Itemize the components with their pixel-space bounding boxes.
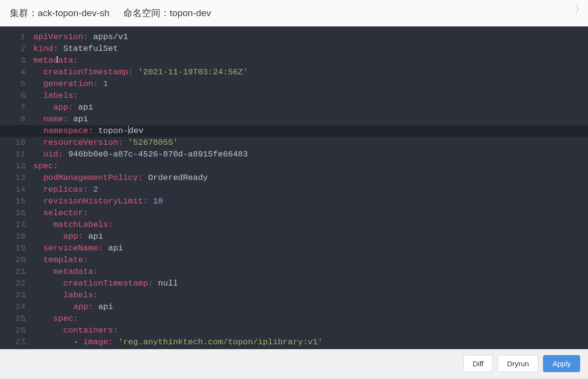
token-k: uid:	[43, 150, 63, 159]
token-p	[33, 185, 43, 194]
token-k: podManagementPolicy:	[43, 173, 143, 182]
cluster-label: 集群：	[10, 8, 38, 18]
token-k: metadata:	[53, 267, 98, 276]
code-line[interactable]: - image: 'reg.anythinktech.com/topon/ipl…	[33, 336, 583, 348]
token-s: null	[158, 279, 178, 288]
line-number: 15	[7, 196, 25, 207]
token-p	[133, 67, 138, 77]
token-s: api	[98, 302, 113, 312]
text-cursor-icon: I	[56, 54, 59, 66]
token-p	[113, 337, 118, 347]
code-line[interactable]: serviceName: api	[33, 243, 583, 254]
token-k: creationTimestamp:	[63, 279, 153, 288]
code-line[interactable]: creationTimestamp: '2021-11-19T03:24:56Z…	[33, 67, 583, 78]
token-p	[68, 114, 73, 124]
token-k: template:	[43, 255, 88, 265]
token-p	[63, 150, 68, 159]
line-number: 20	[7, 254, 25, 266]
token-w: -	[73, 337, 83, 347]
token-s: apps/v1	[93, 32, 128, 42]
namespace-info: 命名空间：topon-dev	[123, 7, 211, 20]
code-line[interactable]: matchLabels:	[33, 219, 583, 231]
code-line[interactable]: app: api	[33, 102, 583, 113]
token-p	[33, 220, 53, 229]
code-area[interactable]: apiVersion: apps/v1kind: StatefulSetmeta…	[30, 26, 588, 349]
token-k: generation:	[43, 79, 98, 89]
token-s: 946bb0e0-a87c-4526-870d-a8915fe66483	[68, 150, 248, 159]
code-line[interactable]: spec:	[33, 313, 583, 325]
diff-button[interactable]: Diff	[463, 355, 493, 372]
close-icon[interactable]: 〉	[575, 3, 584, 15]
code-line[interactable]: creationTimestamp: null	[33, 278, 583, 290]
token-p	[33, 255, 43, 265]
token-p	[33, 126, 43, 135]
token-sq: '2021-11-19T03:24:56Z'	[138, 67, 248, 77]
token-k: image:	[83, 337, 113, 347]
token-p	[83, 232, 88, 241]
token-k: serviceName:	[43, 244, 103, 253]
line-number: 21	[7, 266, 25, 278]
token-p	[98, 79, 103, 89]
yaml-editor[interactable]: I 12345678910111213141516171819202122232…	[0, 26, 588, 349]
token-k: spec:	[33, 161, 58, 171]
token-p	[33, 302, 73, 312]
dryrun-button[interactable]: Dryrun	[498, 355, 538, 372]
token-p	[33, 114, 43, 124]
code-line[interactable]: resourceVersion: '52678055'	[33, 137, 583, 149]
token-p	[33, 91, 43, 100]
code-line[interactable]: podManagementPolicy: OrderedReady	[33, 172, 583, 184]
token-k: name:	[43, 114, 68, 124]
token-k: app:	[73, 302, 93, 312]
line-number: 24	[7, 301, 25, 313]
code-line[interactable]: metadata:	[33, 266, 583, 278]
token-p	[123, 138, 128, 147]
line-number: 1	[7, 31, 25, 43]
token-p	[33, 208, 43, 218]
line-number: 7	[7, 102, 25, 113]
code-line[interactable]: spec:	[33, 160, 583, 172]
code-line[interactable]: replicas: 2	[33, 184, 583, 196]
code-line[interactable]: revisionHistoryLimit: 10	[33, 196, 583, 207]
token-k: app:	[63, 232, 83, 241]
token-p	[33, 267, 53, 276]
line-number: 8	[7, 113, 25, 125]
code-line[interactable]: template:	[33, 254, 583, 266]
token-n: 2	[93, 185, 98, 194]
line-number: 14	[7, 184, 25, 196]
token-p	[33, 279, 63, 288]
token-p	[88, 32, 93, 42]
token-p	[33, 314, 53, 323]
token-p	[143, 173, 148, 182]
token-s: dev	[129, 126, 144, 135]
namespace-label: 命名空间：	[123, 8, 170, 18]
code-line[interactable]: generation: 1	[33, 78, 583, 90]
token-k: spec:	[53, 314, 78, 323]
token-k: containers:	[63, 326, 118, 335]
token-p	[58, 44, 63, 53]
code-line[interactable]: name: api	[33, 113, 583, 125]
code-line[interactable]: kind: StatefulSet	[33, 43, 583, 55]
code-line[interactable]: uid: 946bb0e0-a87c-4526-870d-a8915fe6648…	[33, 149, 583, 160]
token-k: namespace:	[43, 126, 93, 135]
token-p	[73, 103, 78, 112]
line-number: 26	[7, 325, 25, 336]
code-line[interactable]: containers:	[33, 325, 583, 336]
line-number: 12	[7, 160, 25, 172]
code-line[interactable]: labels:	[33, 90, 583, 102]
code-line[interactable]: app: api	[33, 301, 583, 313]
token-sq: 'reg.anythinktech.com/topon/iplibrary:v1…	[118, 337, 322, 347]
line-number: 17	[7, 219, 25, 231]
token-p	[33, 326, 63, 335]
code-line[interactable]: labels:	[33, 290, 583, 301]
dialog-header: 集群：ack-topon-dev-sh 命名空间：topon-dev 〉	[0, 0, 588, 26]
code-line[interactable]: app: api	[33, 231, 583, 243]
token-p	[93, 126, 98, 135]
code-line[interactable]: apiVersion: apps/v1	[33, 31, 583, 43]
code-line[interactable]: namespace: topon-dev	[33, 125, 583, 137]
token-s: api	[88, 232, 103, 241]
line-number: 18	[7, 231, 25, 243]
code-line[interactable]: metadata:	[33, 55, 583, 67]
code-line[interactable]: selector:	[33, 207, 583, 219]
apply-button[interactable]: Apply	[543, 355, 580, 372]
line-gutter: 1234567891011121314151617181920212223242…	[0, 26, 30, 349]
